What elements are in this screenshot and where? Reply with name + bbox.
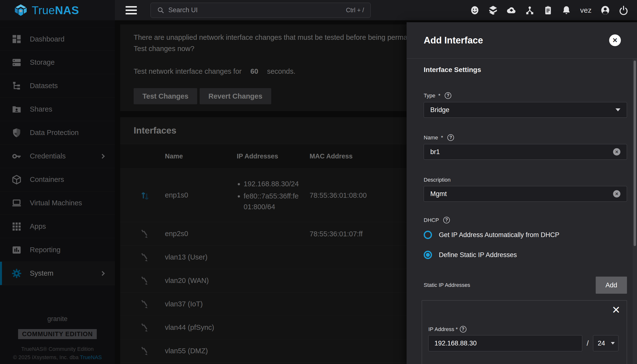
cloud-sync-icon[interactable] [506, 5, 517, 16]
truenas-app: TrueNAS Ctrl + / [0, 0, 637, 364]
description-field[interactable]: ✕ [424, 186, 627, 202]
help-icon[interactable] [443, 217, 450, 224]
ip-address-label: IP Address* [428, 326, 466, 332]
ip-address-input[interactable] [434, 340, 576, 347]
help-icon[interactable] [445, 92, 451, 99]
drawer-header: Add Interface ✕ [407, 22, 637, 58]
alerts-icon[interactable] [561, 5, 571, 16]
truenas-logo-icon [14, 3, 28, 17]
name-field[interactable]: ✕ [424, 144, 627, 160]
username-label: vez [580, 6, 591, 14]
chevron-down-icon [615, 108, 620, 111]
clear-icon[interactable]: ✕ [613, 190, 620, 198]
scrollbar-thumb[interactable] [633, 60, 636, 246]
cidr-separator: / [587, 339, 589, 348]
description-label: Description [424, 177, 451, 183]
network-topology-icon[interactable] [525, 5, 535, 16]
drawer-scrollbar[interactable] [632, 58, 637, 364]
dhcp-label: DHCP [424, 217, 450, 224]
static-ip-row: Static IP Addresses Add [424, 276, 627, 294]
ip-address-field[interactable] [428, 335, 582, 351]
static-ip-entry-card: ✕ IP Address* / 24 [422, 300, 627, 364]
search-input[interactable] [168, 6, 342, 14]
static-ip-label: Static IP Addresses [424, 282, 470, 288]
name-input[interactable] [430, 148, 613, 156]
description-input[interactable] [430, 190, 613, 198]
type-select[interactable]: Bridge [424, 102, 627, 118]
header-toolbar: vez [470, 5, 637, 16]
hamburger-menu-icon[interactable] [126, 6, 137, 14]
name-label: Name* [424, 134, 454, 141]
radio-dhcp[interactable]: Get IP Address Automatically from DHCP [424, 230, 559, 240]
power-icon[interactable] [618, 5, 629, 16]
search-icon [157, 6, 164, 14]
remove-entry-icon[interactable]: ✕ [612, 305, 620, 315]
clear-icon[interactable]: ✕ [613, 148, 620, 156]
type-label: Type* [424, 92, 451, 99]
section-title: Interface Settings [424, 66, 481, 74]
feedback-icon[interactable] [470, 5, 480, 16]
help-icon[interactable] [460, 326, 466, 332]
chevron-down-icon [611, 342, 615, 344]
close-icon[interactable]: ✕ [609, 34, 621, 46]
top-header: TrueNAS Ctrl + / [0, 0, 637, 20]
add-interface-drawer: Add Interface ✕ Interface Settings Type*… [407, 22, 637, 364]
drawer-title: Add Interface [424, 35, 483, 46]
radio-icon [424, 231, 432, 239]
truecommand-icon[interactable] [488, 5, 498, 16]
drawer-body: Interface Settings Type* Bridge Name* ✕ … [407, 58, 632, 364]
logo[interactable]: TrueNAS [0, 0, 115, 20]
radio-selected-icon [424, 251, 432, 259]
help-icon[interactable] [447, 134, 454, 141]
global-search[interactable]: Ctrl + / [151, 3, 371, 18]
jobs-icon[interactable] [543, 5, 553, 16]
avatar-icon[interactable] [600, 5, 610, 16]
netmask-select[interactable]: 24 [593, 335, 618, 351]
radio-static[interactable]: Define Static IP Addresses [424, 250, 517, 260]
search-shortcut: Ctrl + / [346, 6, 364, 14]
add-ip-button[interactable]: Add [596, 276, 627, 294]
logo-text: TrueNAS [32, 4, 79, 17]
